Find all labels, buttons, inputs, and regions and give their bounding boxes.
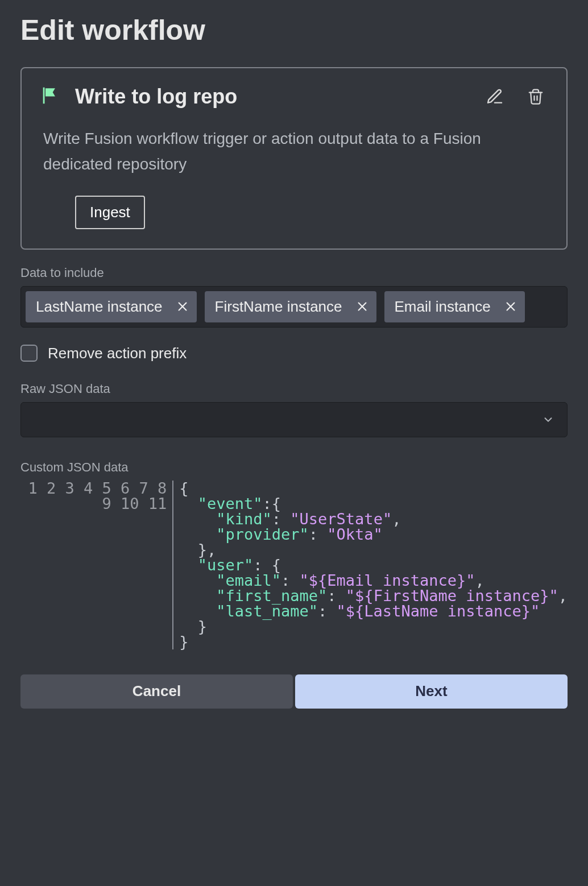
data-to-include-label: Data to include — [20, 266, 568, 280]
page-title: Edit workflow — [20, 14, 568, 47]
card-actions — [482, 84, 548, 109]
card-description: Write Fusion workflow trigger or action … — [40, 126, 548, 177]
remove-prefix-checkbox[interactable] — [20, 345, 38, 362]
code-content[interactable]: { "event":{ "kind": "UserState", "provid… — [173, 481, 568, 649]
remove-prefix-label: Remove action prefix — [48, 345, 187, 362]
flag-icon — [40, 86, 59, 107]
data-to-include-input[interactable]: LastName instanceFirstName instanceEmail… — [20, 286, 568, 328]
footer: Cancel Next — [20, 674, 568, 709]
tag-remove-icon[interactable] — [356, 300, 368, 313]
tag-label: FirstName instance — [215, 298, 342, 316]
tag-label: LastName instance — [36, 298, 163, 316]
next-button[interactable]: Next — [295, 674, 568, 709]
tag-item: Email instance — [384, 291, 525, 322]
custom-json-editor[interactable]: 1 2 3 4 5 6 7 8 9 10 11 { "event":{ "kin… — [20, 481, 568, 649]
custom-json-label: Custom JSON data — [20, 460, 568, 475]
card-header: Write to log repo — [40, 84, 548, 109]
remove-prefix-row: Remove action prefix — [20, 345, 568, 362]
edit-icon[interactable] — [482, 84, 507, 109]
tag-remove-icon[interactable] — [176, 300, 189, 313]
tag-item: LastName instance — [26, 291, 197, 322]
tag-label: Email instance — [395, 298, 491, 316]
tag-item: FirstName instance — [205, 291, 376, 322]
raw-json-dropdown[interactable] — [20, 402, 568, 437]
chevron-down-icon — [542, 413, 554, 426]
line-gutter: 1 2 3 4 5 6 7 8 9 10 11 — [20, 481, 173, 649]
cancel-button[interactable]: Cancel — [20, 674, 293, 709]
tag-remove-icon[interactable] — [504, 300, 517, 313]
raw-json-label: Raw JSON data — [20, 382, 568, 396]
workflow-card: Write to log repo Write Fusion workflow … — [20, 67, 568, 250]
card-title: Write to log repo — [75, 85, 466, 109]
delete-icon[interactable] — [523, 84, 548, 109]
ingest-button[interactable]: Ingest — [75, 196, 145, 229]
